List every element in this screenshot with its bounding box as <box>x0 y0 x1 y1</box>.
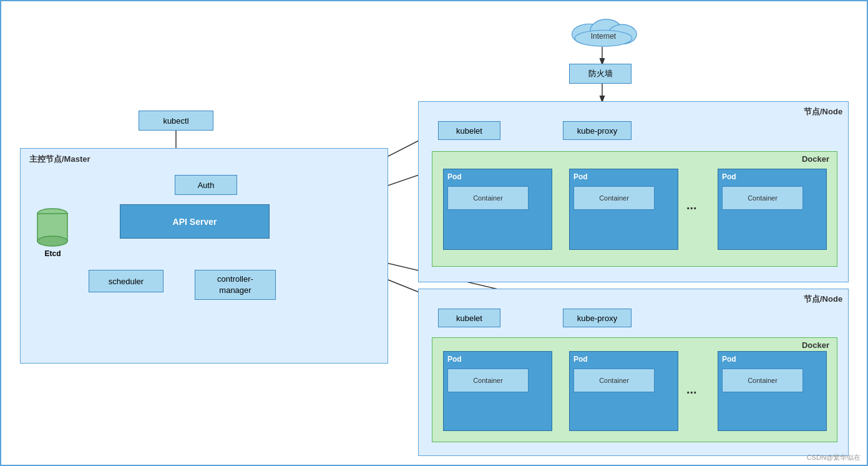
apiserver-box: API Server <box>120 204 270 239</box>
node1-pod1-label: Pod <box>447 172 462 181</box>
node1-docker-label: Docker <box>802 154 829 164</box>
node2-pod3-container: Container <box>722 369 803 392</box>
scheduler-label: scheduler <box>109 277 144 286</box>
kubectl-label: kubectl <box>163 116 188 126</box>
kubectl-box: kubectl <box>139 111 213 131</box>
node2-pod1: Pod Container <box>443 351 552 431</box>
node1-kubelet-label: kubelet <box>456 126 482 136</box>
controller-manager-box: controller-manager <box>195 270 276 300</box>
auth-box: Auth <box>175 175 237 195</box>
node2-label: 节点/Node <box>804 294 842 305</box>
node1-pod2: Pod Container <box>569 169 678 250</box>
node1-pod3: Pod Container <box>718 169 827 250</box>
node1-pod2-container: Container <box>573 186 655 210</box>
controller-label: controller-manager <box>217 274 253 296</box>
node2-pod3-label: Pod <box>722 355 736 364</box>
node1-kubeproxy-label: kube-proxy <box>577 126 617 136</box>
firewall-label: 防火墙 <box>588 68 613 79</box>
node2-pod2-label: Pod <box>573 355 588 364</box>
node2-pod1-label: Pod <box>447 355 462 364</box>
watermark: CSDN@繁华似在 <box>807 453 861 462</box>
node2-docker-label: Docker <box>802 340 829 350</box>
etcd-container: Etcd <box>36 207 70 258</box>
internet-cloud: Internet <box>563 12 644 47</box>
node2-pod3: Pod Container <box>718 351 827 431</box>
node2-pod1-container: Container <box>447 369 529 392</box>
apiserver-label: API Server <box>173 217 217 227</box>
node1-pod2-label: Pod <box>573 172 588 181</box>
node2-pod2-container: Container <box>573 369 655 392</box>
node2-kubelet-box: kubelet <box>438 309 500 327</box>
node1-pod3-container: Container <box>722 186 803 210</box>
svg-text:Internet: Internet <box>591 32 617 41</box>
node1-pod3-label: Pod <box>722 172 736 181</box>
node2-pod2: Pod Container <box>569 351 678 431</box>
node1-pod1: Pod Container <box>443 169 552 250</box>
firewall-box: 防火墙 <box>569 64 631 84</box>
svg-point-31 <box>37 236 67 246</box>
node1-kubeproxy-box: kube-proxy <box>563 121 631 140</box>
etcd-label: Etcd <box>44 249 61 258</box>
scheduler-box: scheduler <box>89 270 163 292</box>
node1-dots: ... <box>686 198 697 212</box>
node2-kubeproxy-box: kube-proxy <box>563 309 631 327</box>
diagram-container: Internet 防火墙 kubectl 主控节点/Master Auth AP… <box>0 0 868 466</box>
node2-dots: ... <box>686 382 697 397</box>
master-label: 主控节点/Master <box>29 154 90 165</box>
node1-label: 节点/Node <box>804 106 842 117</box>
node1-kubelet-box: kubelet <box>438 121 500 140</box>
auth-label: Auth <box>198 181 215 190</box>
node1-pod1-container: Container <box>447 186 529 210</box>
node2-kubeproxy-label: kube-proxy <box>577 314 617 323</box>
node2-kubelet-label: kubelet <box>456 314 482 323</box>
